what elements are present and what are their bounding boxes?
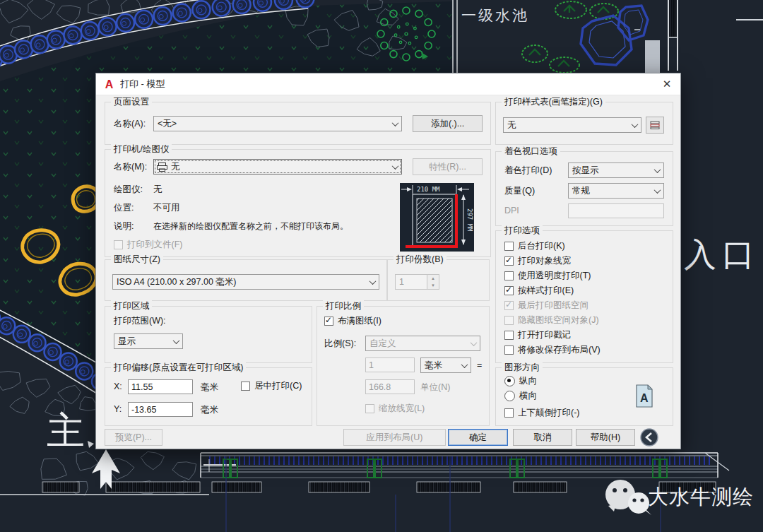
option-save-changes-to-layout[interactable]: 将修改保存到布局(V): [504, 344, 601, 355]
group-legend: 图纸尺寸(Z): [111, 254, 163, 266]
checkbox-icon[interactable]: [504, 301, 514, 310]
checkbox-icon[interactable]: [114, 240, 123, 249]
checkbox-icon[interactable]: [365, 404, 374, 413]
group-legend: 打印机/绘图仪: [111, 143, 172, 155]
group-plot-options: 打印选项 后台打印(K) 打印对象线宽 使用透明度打印(T) 按样式打印(E) …: [495, 230, 673, 363]
checkbox-icon[interactable]: [504, 256, 514, 266]
plot-upside-down-checkbox-row[interactable]: 上下颠倒打印(-): [504, 407, 580, 418]
option-plot-transparency[interactable]: 使用透明度打印(T): [504, 270, 591, 281]
chevron-down-icon[interactable]: [458, 358, 471, 372]
help-button[interactable]: 帮助(H): [576, 429, 635, 446]
radio-icon[interactable]: [504, 376, 515, 386]
description-label: 说明:: [114, 220, 134, 232]
printer-properties-button[interactable]: 特性(R)...: [413, 158, 483, 175]
printer-name-combobox[interactable]: 无: [153, 159, 402, 175]
scale-numerator-input[interactable]: 1: [365, 357, 415, 372]
group-paper-size: 图纸尺寸(Z) ISO A4 (210.00 x 297.00 毫米): [105, 259, 387, 301]
blue-rock-symbols: [581, 6, 648, 65]
scale-unit-combobox[interactable]: 毫米: [420, 357, 471, 373]
chevron-down-icon[interactable]: [389, 160, 401, 174]
center-plot-checkbox-row[interactable]: 居中打印(C): [241, 380, 302, 391]
orientation-paper-icon: A: [634, 384, 654, 409]
group-legend: 着色视口选项: [502, 146, 560, 158]
plotter-value: 无: [153, 184, 162, 196]
offset-y-label: Y:: [114, 404, 122, 414]
spinner-up-icon[interactable]: ▲: [427, 275, 439, 282]
group-plot-style-table: 打印样式表(画笔指定)(G) 无: [495, 102, 673, 145]
equals-sign: =: [477, 360, 482, 370]
scale-lineweights-checkbox-row[interactable]: 缩放线宽(L): [365, 403, 425, 414]
page-setup-name-combobox[interactable]: <无>: [153, 116, 402, 131]
group-legend: 打印偏移(原点设置在可打印区域): [111, 362, 246, 374]
group-plot-offset: 打印偏移(原点设置在可打印区域) X: 11.55 毫米 居中打印(C) Y: …: [105, 367, 312, 426]
location-value: 不可用: [153, 202, 180, 214]
checkbox-icon[interactable]: [241, 382, 250, 391]
chevron-down-icon[interactable]: [467, 336, 480, 350]
option-paperspace-last[interactable]: 最后打印图纸空间: [504, 300, 588, 311]
checkbox-icon[interactable]: [504, 331, 514, 340]
paper-preview-thumbnail: 210 MM 297 MM: [400, 183, 474, 252]
offset-x-input[interactable]: 11.55: [128, 379, 193, 394]
shade-plot-label: 着色打印(D): [504, 165, 552, 177]
chevron-down-icon[interactable]: [389, 117, 401, 131]
checkbox-icon[interactable]: [324, 317, 333, 326]
checkbox-icon[interactable]: [504, 286, 514, 295]
group-legend: 页面设置: [111, 96, 152, 108]
radio-icon[interactable]: [504, 391, 515, 401]
checkbox-icon[interactable]: [504, 271, 514, 280]
spinner-down-icon[interactable]: ▼: [427, 282, 439, 289]
option-plot-stamp[interactable]: 打开打印戳记: [504, 329, 571, 341]
quality-combobox[interactable]: 常规: [568, 183, 664, 199]
svg-text:A: A: [640, 392, 649, 404]
checkbox-icon[interactable]: [504, 345, 514, 355]
landscape-radio-row[interactable]: 横向: [504, 390, 537, 401]
plot-to-file-checkbox-row[interactable]: 打印到文件(F): [114, 239, 182, 250]
shrub-inner-marks: [529, 6, 609, 66]
paper-size-combobox[interactable]: ISO A4 (210.00 x 297.00 毫米): [112, 274, 379, 290]
group-copies: 打印份数(B) 1 ▲▼: [387, 259, 490, 301]
quality-label: 质量(Q): [504, 185, 535, 197]
copies-spinner[interactable]: 1 ▲▼: [395, 274, 439, 290]
plot-range-combobox[interactable]: 显示: [114, 333, 183, 349]
option-hide-paperspace-objects[interactable]: 隐藏图纸空间对象(J): [504, 314, 599, 326]
dpi-input[interactable]: [568, 203, 664, 218]
chevron-down-icon[interactable]: [651, 184, 663, 198]
scale-unit-label: 单位(N): [420, 382, 450, 394]
option-plot-in-background[interactable]: 后台打印(K): [504, 240, 565, 252]
chevron-down-icon[interactable]: [366, 275, 379, 289]
chevron-down-icon[interactable]: [651, 163, 663, 177]
add-page-setup-button[interactable]: 添加(.)...: [413, 115, 483, 132]
portrait-radio-row[interactable]: 纵向: [504, 375, 537, 386]
shade-plot-combobox[interactable]: 按显示: [568, 162, 664, 178]
chevron-down-icon[interactable]: [628, 118, 641, 132]
group-legend: 打印区域: [111, 300, 152, 312]
offset-y-input[interactable]: -13.65: [128, 402, 193, 417]
close-icon[interactable]: ✕: [658, 76, 676, 93]
checkbox-icon[interactable]: [504, 408, 514, 418]
apply-to-layout-button[interactable]: 应用到布局(U): [343, 429, 446, 446]
checkbox-icon[interactable]: [504, 242, 514, 251]
scale-denominator-input[interactable]: 166.8: [365, 379, 415, 394]
scale-combobox[interactable]: 自定义: [365, 336, 480, 351]
checkbox-icon[interactable]: [504, 316, 514, 325]
option-plot-object-lineweights[interactable]: 打印对象线宽: [504, 255, 571, 266]
option-plot-with-styles[interactable]: 按样式打印(E): [504, 285, 574, 296]
scale-label: 比例(S):: [324, 338, 356, 350]
dialog-titlebar[interactable]: A 打印 - 模型 ✕: [96, 73, 680, 95]
group-plot-area: 打印区域 打印范围(W): 显示: [105, 306, 312, 363]
location-label: 位置:: [114, 202, 134, 214]
plot-style-editor-icon: [650, 121, 660, 129]
edit-plot-style-button[interactable]: [646, 117, 664, 134]
printer-icon: [157, 162, 167, 172]
cancel-button[interactable]: 取消: [513, 429, 572, 446]
fit-to-paper-checkbox-row[interactable]: 布满图纸(I): [324, 315, 382, 326]
ok-button[interactable]: 确定: [448, 429, 508, 446]
less-options-button[interactable]: [639, 427, 659, 447]
preview-button[interactable]: 预览(P)...: [105, 429, 162, 446]
chevron-down-icon[interactable]: [170, 334, 182, 348]
group-page-setup: 页面设置 名称(A): <无> 添加(.)...: [105, 102, 491, 145]
plot-style-combobox[interactable]: 无: [503, 117, 641, 133]
wechat-icon: [605, 480, 651, 515]
autocad-logo-icon: A: [103, 78, 115, 90]
dialog-title: 打印 - 模型: [120, 78, 165, 90]
